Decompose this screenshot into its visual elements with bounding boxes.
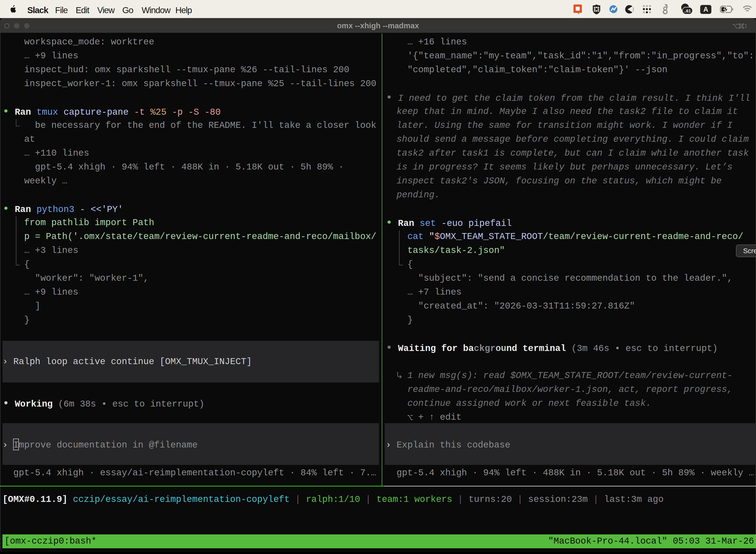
svg-text:..61: ..61 bbox=[684, 9, 691, 13]
svg-text:1: 1 bbox=[744, 23, 746, 29]
